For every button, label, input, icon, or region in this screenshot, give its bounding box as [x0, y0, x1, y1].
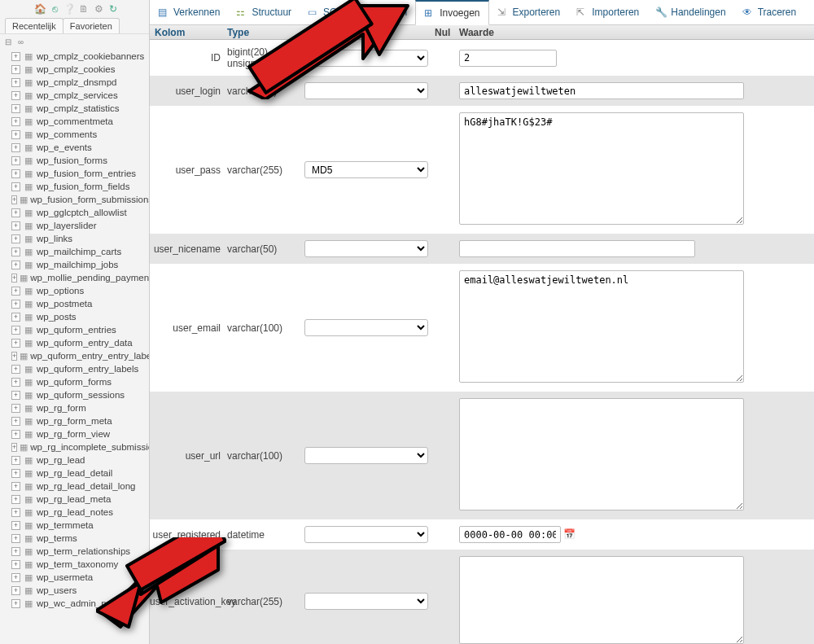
expand-icon[interactable]: + — [11, 430, 20, 439]
tree-item-wp_wc_admin_notes[interactable]: +▦wp_wc_admin_notes — [0, 597, 149, 610]
input-ID[interactable] — [459, 50, 557, 67]
header-functie[interactable]: Functie — [304, 27, 435, 38]
expand-icon[interactable]: + — [11, 117, 20, 126]
tree-item-wp_cmplz_cookiebanners[interactable]: +▦wp_cmplz_cookiebanners — [0, 50, 149, 63]
expand-icon[interactable]: + — [11, 469, 20, 478]
tree-item-wp_fusion_forms[interactable]: +▦wp_fusion_forms — [0, 154, 149, 167]
tree-item-wp_rg_form_meta[interactable]: +▦wp_rg_form_meta — [0, 414, 149, 427]
link-icon[interactable]: ∞ — [18, 37, 28, 46]
expand-icon[interactable]: + — [11, 573, 20, 582]
tree-item-wp_postmeta[interactable]: +▦wp_postmeta — [0, 297, 149, 310]
expand-icon[interactable]: + — [11, 52, 20, 61]
expand-icon[interactable]: + — [11, 234, 20, 243]
expand-icon[interactable]: + — [11, 586, 20, 595]
expand-icon[interactable]: + — [11, 521, 20, 530]
tab-recentelijk[interactable]: Recentelijk — [5, 18, 63, 33]
expand-icon[interactable]: + — [11, 339, 20, 348]
tree-item-wp_rg_lead[interactable]: +▦wp_rg_lead — [0, 453, 149, 467]
expand-icon[interactable]: + — [11, 287, 20, 296]
home-icon[interactable]: 🏠 — [34, 3, 46, 15]
tab-verkennen[interactable]: ▤Verkennen — [150, 0, 228, 24]
input-user_email[interactable]: email@alleswatjewiltweten.nl — [459, 270, 744, 383]
tree-item-wp_mailchimp_jobs[interactable]: +▦wp_mailchimp_jobs — [0, 258, 149, 271]
tree-item-wp_users[interactable]: +▦wp_users — [0, 584, 149, 597]
expand-icon[interactable]: + — [11, 456, 20, 465]
tree-item-wp_cmplz_statistics[interactable]: +▦wp_cmplz_statistics — [0, 102, 149, 115]
expand-icon[interactable]: + — [11, 378, 20, 387]
tree-item-wp_term_relationships[interactable]: +▦wp_term_relationships — [0, 545, 149, 558]
input-user_url[interactable] — [459, 398, 744, 510]
expand-icon[interactable]: + — [11, 221, 20, 230]
tree-item-wp_fusion_form_entries[interactable]: +▦wp_fusion_form_entries — [0, 167, 149, 180]
tree-item-wp_rg_lead_detail[interactable]: +▦wp_rg_lead_detail — [0, 467, 149, 480]
tree-item-wp_gglcptch_allowlist[interactable]: +▦wp_gglcptch_allowlist — [0, 206, 149, 219]
gear-icon[interactable]: ⚙ — [93, 3, 104, 15]
tree-item-wp_quform_entry_data[interactable]: +▦wp_quform_entry_data — [0, 336, 149, 349]
tree-item-wp_rg_form[interactable]: +▦wp_rg_form — [0, 401, 149, 414]
calendar-icon[interactable]: 📅 — [563, 528, 576, 541]
tab-importeren[interactable]: ⇱Importeren — [568, 0, 647, 24]
tree-item-wp_comments[interactable]: +▦wp_comments — [0, 128, 149, 141]
expand-icon[interactable]: + — [11, 534, 20, 543]
func-select-user_registered[interactable] — [304, 526, 428, 543]
expand-icon[interactable]: + — [11, 391, 20, 400]
header-kolom[interactable]: Kolom — [150, 27, 227, 38]
collapse-icon[interactable]: ⊟ — [5, 37, 15, 46]
tree-item-wp_rg_lead_detail_long[interactable]: +▦wp_rg_lead_detail_long — [0, 480, 149, 493]
tree-item-wp_rg_lead_notes[interactable]: +▦wp_rg_lead_notes — [0, 506, 149, 519]
tab-exporteren[interactable]: ⇲Exporteren — [489, 0, 569, 24]
tree-item-wp_e_events[interactable]: +▦wp_e_events — [0, 141, 149, 154]
expand-icon[interactable]: + — [11, 156, 20, 165]
expand-icon[interactable]: + — [11, 182, 20, 191]
tree-item-wp_mailchimp_carts[interactable]: +▦wp_mailchimp_carts — [0, 245, 149, 258]
expand-icon[interactable]: + — [11, 143, 20, 152]
expand-icon[interactable]: + — [11, 365, 20, 374]
expand-icon[interactable]: + — [11, 208, 20, 217]
tab-handelingen[interactable]: 🔧Handelingen — [647, 0, 733, 24]
input-user_nicename[interactable] — [459, 240, 695, 257]
expand-icon[interactable]: + — [11, 274, 17, 283]
expand-icon[interactable]: + — [11, 195, 17, 204]
expand-icon[interactable]: + — [11, 560, 20, 569]
expand-icon[interactable]: + — [11, 495, 20, 504]
expand-icon[interactable]: + — [11, 417, 20, 426]
expand-icon[interactable]: + — [11, 404, 20, 413]
tree-item-wp_cmplz_dnsmpd[interactable]: +▦wp_cmplz_dnsmpd — [0, 76, 149, 89]
tree-item-wp_usermeta[interactable]: +▦wp_usermeta — [0, 571, 149, 584]
tree-item-wp_posts[interactable]: +▦wp_posts — [0, 310, 149, 323]
tab-structuur[interactable]: ⚏Structuur — [228, 0, 300, 24]
exit-icon[interactable]: ⎋ — [49, 3, 60, 15]
tree-item-wp_links[interactable]: +▦wp_links — [0, 232, 149, 245]
tree-item-wp_rg_incomplete_submissions[interactable]: +▦wp_rg_incomplete_submissions — [0, 440, 149, 453]
tab-traceren[interactable]: 👁Traceren — [734, 0, 805, 24]
tree-item-wp_quform_entry_labels[interactable]: +▦wp_quform_entry_labels — [0, 362, 149, 375]
func-select-user_url[interactable] — [304, 447, 428, 464]
expand-icon[interactable]: + — [11, 482, 20, 491]
expand-icon[interactable]: + — [11, 248, 20, 256]
tab-invoegen[interactable]: ⊞Invoegen — [415, 0, 488, 25]
tree-item-wp_quform_entry_entry_labels[interactable]: +▦wp_quform_entry_entry_labels — [0, 349, 149, 362]
tree-item-wp_layerslider[interactable]: +▦wp_layerslider — [0, 219, 149, 232]
expand-icon[interactable]: + — [11, 547, 20, 556]
tab-sql[interactable]: ▭SQL — [300, 0, 351, 24]
input-user_pass[interactable]: hG8#jhaTK!G$23# — [459, 112, 744, 225]
tree-item-wp_quform_sessions[interactable]: +▦wp_quform_sessions — [0, 388, 149, 401]
tree-item-wp_options[interactable]: +▦wp_options — [0, 284, 149, 297]
expand-icon[interactable]: + — [11, 443, 17, 452]
input-user_login[interactable] — [459, 82, 744, 99]
func-select-user_activation_key[interactable] — [304, 593, 428, 610]
tree-item-wp_rg_lead_meta[interactable]: +▦wp_rg_lead_meta — [0, 493, 149, 506]
expand-icon[interactable]: + — [11, 508, 20, 517]
tab-triggers[interactable]: ⚡Triggers — [804, 0, 814, 24]
func-select-user_nicename[interactable] — [304, 240, 428, 257]
refresh-icon[interactable]: ↻ — [107, 3, 119, 15]
expand-icon[interactable]: + — [11, 130, 20, 139]
help-icon[interactable]: ❔ — [63, 3, 75, 15]
tree-item-wp_cmplz_services[interactable]: +▦wp_cmplz_services — [0, 89, 149, 102]
expand-icon[interactable]: + — [11, 65, 20, 74]
expand-icon[interactable]: + — [11, 352, 17, 361]
tree-item-wp_fusion_form_fields[interactable]: +▦wp_fusion_form_fields — [0, 180, 149, 193]
tab-zoeken[interactable]: 🔍Zoeken — [351, 0, 415, 24]
tree-item-wp_quform_entries[interactable]: +▦wp_quform_entries — [0, 323, 149, 336]
input-user_registered[interactable] — [459, 526, 561, 543]
